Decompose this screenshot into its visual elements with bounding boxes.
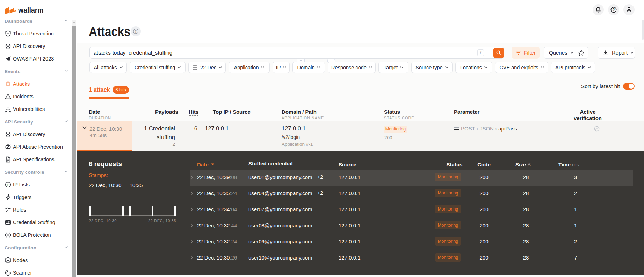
svg-text:?: ?	[613, 8, 615, 12]
svg-text:?: ?	[135, 29, 137, 33]
svg-text:IP: IP	[7, 183, 9, 186]
